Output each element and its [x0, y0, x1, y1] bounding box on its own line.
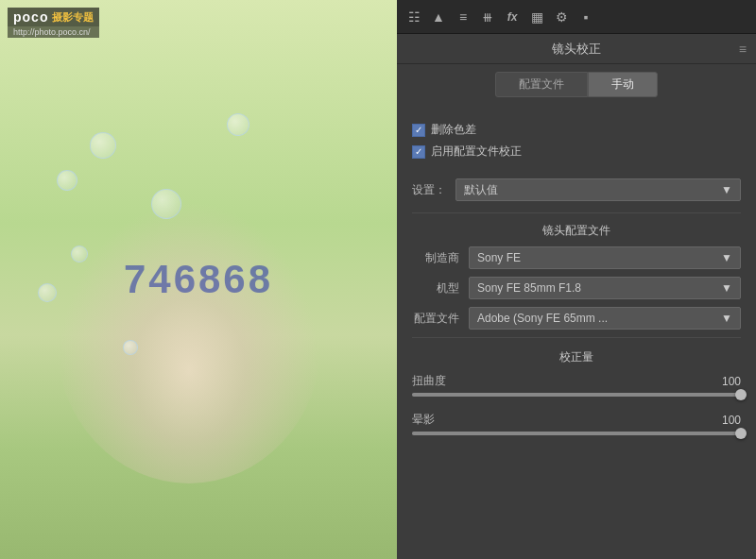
- slider-track-distortion[interactable]: [412, 393, 741, 397]
- panel-menu-icon[interactable]: ≡: [739, 42, 747, 57]
- slider-row-vignette: 晕影 100: [412, 412, 741, 435]
- settings-value: 默认值: [464, 182, 498, 198]
- checkbox-row-profile: 启用配置文件校正: [412, 144, 741, 160]
- settings-row: 设置： 默认值 ▼: [412, 178, 741, 201]
- toolbar: ☷ ▲ ≡ ⧻ fx ▦ ⚙ ▪: [397, 0, 756, 34]
- form-row-manufacturer: 制造商 Sony FE ▼: [412, 246, 741, 269]
- slider-fill-distortion: [412, 393, 741, 397]
- bubble-1: [90, 132, 116, 159]
- watermark-url: http://photo.poco.cn/: [8, 26, 99, 38]
- right-panel: ☷ ▲ ≡ ⧻ fx ▦ ⚙ ▪ 镜头校正 ≡ 配置文件 手动 删除色差 启用配…: [397, 0, 756, 559]
- slider-top-distortion: 扭曲度 100: [412, 373, 741, 389]
- slider-value-vignette: 100: [713, 414, 741, 427]
- settings-dropdown[interactable]: 默认值 ▼: [455, 178, 741, 201]
- slider-label-vignette: 晕影: [412, 412, 435, 428]
- toolbar-icon-gear[interactable]: ⚙: [552, 8, 571, 26]
- toolbar-icon-grid[interactable]: ▪: [576, 8, 595, 26]
- settings-label: 设置：: [412, 182, 446, 198]
- checkbox-chromatic[interactable]: [412, 124, 425, 137]
- tab-manual[interactable]: 手动: [588, 72, 658, 97]
- profile-arrow: ▼: [721, 312, 732, 325]
- form-dropdown-manufacturer[interactable]: Sony FE ▼: [469, 246, 741, 269]
- correction-section-header: 校正量: [412, 337, 741, 373]
- slider-thumb-vignette[interactable]: [735, 428, 747, 439]
- toolbar-icon-list[interactable]: ≡: [454, 8, 472, 26]
- bubble-3: [71, 246, 88, 263]
- form-label-manufacturer: 制造商: [412, 250, 469, 266]
- slider-row-distortion: 扭曲度 100: [412, 373, 741, 397]
- watermark: poco 摄影专题 http://photo.poco.cn/: [8, 8, 99, 38]
- panel-header: 镜头校正 ≡: [397, 34, 756, 64]
- form-value-manufacturer: Sony FE: [477, 251, 521, 264]
- model-arrow: ▼: [721, 281, 732, 295]
- checkbox-chromatic-label: 删除色差: [431, 122, 476, 138]
- checkbox-row-chromatic: 删除色差: [412, 122, 741, 138]
- slider-top-vignette: 晕影 100: [412, 412, 741, 428]
- slider-track-vignette[interactable]: [412, 432, 741, 435]
- tabs-row: 配置文件 手动: [397, 64, 756, 105]
- slider-thumb-distortion[interactable]: [735, 389, 747, 400]
- panel-content: 删除色差 启用配置文件校正 设置： 默认值 ▼ 镜头配置文件 制造商 Sony …: [397, 105, 756, 559]
- logo-text: 摄影专题: [52, 10, 94, 25]
- form-dropdown-model[interactable]: Sony FE 85mm F1.8 ▼: [469, 277, 741, 299]
- slider-value-distortion: 100: [713, 375, 741, 388]
- form-label-model: 机型: [412, 280, 469, 296]
- form-value-profile-file: Adobe (Sony FE 65mm ...: [477, 312, 608, 325]
- settings-arrow: ▼: [721, 183, 732, 196]
- bubble-7: [227, 113, 249, 136]
- form-dropdown-profile-file[interactable]: Adobe (Sony FE 65mm ... ▼: [469, 307, 741, 330]
- checkbox-section: 删除色差 启用配置文件校正: [412, 114, 741, 167]
- form-label-profile: 配置文件: [412, 311, 469, 327]
- checkbox-profile-label: 启用配置文件校正: [431, 144, 522, 160]
- toolbar-icon-fx[interactable]: fx: [503, 8, 522, 26]
- watermark-number: 746868: [124, 257, 273, 302]
- form-value-model: Sony FE 85mm F1.8: [477, 281, 581, 295]
- slider-label-distortion: 扭曲度: [412, 373, 446, 389]
- photo-hand-highlight: [57, 200, 321, 483]
- checkbox-profile[interactable]: [412, 145, 425, 159]
- toolbar-icon-sliders[interactable]: ⧻: [478, 8, 497, 26]
- bubble-5: [38, 283, 57, 302]
- bubble-4: [151, 189, 181, 219]
- tab-profile[interactable]: 配置文件: [495, 72, 588, 97]
- manufacturer-arrow: ▼: [721, 251, 732, 264]
- photo-panel: poco 摄影专题 http://photo.poco.cn/ 746868: [0, 0, 397, 559]
- toolbar-icon-calendar[interactable]: ▦: [527, 8, 546, 26]
- slider-fill-vignette: [412, 432, 741, 435]
- lens-profile-section-header: 镜头配置文件: [412, 212, 741, 246]
- logo-poco: poco: [13, 9, 48, 25]
- bubble-6: [123, 340, 138, 355]
- form-row-model: 机型 Sony FE 85mm F1.8 ▼: [412, 277, 741, 299]
- watermark-logo: poco 摄影专题: [8, 8, 99, 26]
- form-row-profile: 配置文件 Adobe (Sony FE 65mm ... ▼: [412, 307, 741, 330]
- toolbar-icon-histogram[interactable]: ☷: [404, 8, 423, 26]
- bubble-2: [57, 170, 77, 191]
- panel-title: 镜头校正: [552, 41, 601, 58]
- toolbar-icon-triangle[interactable]: ▲: [429, 8, 448, 26]
